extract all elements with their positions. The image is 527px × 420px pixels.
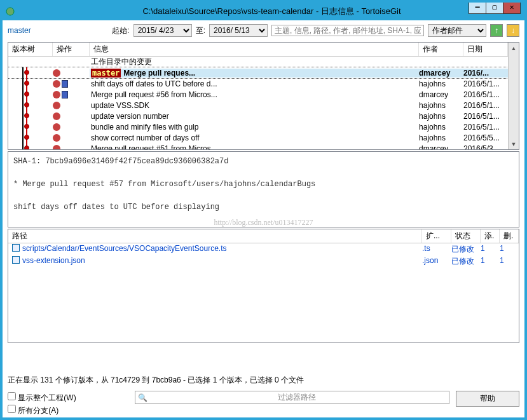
file-icon bbox=[12, 256, 20, 264]
branch-tag: master bbox=[91, 69, 121, 78]
file-ext: .ts bbox=[422, 244, 451, 255]
commit-date: 2016/5/1... bbox=[463, 101, 508, 110]
nav-up-button[interactable]: ↑ bbox=[490, 24, 503, 37]
commit-author: hajohns bbox=[419, 123, 463, 132]
commit-row[interactable]: Merge pull request #56 from Micros...dma… bbox=[8, 89, 508, 100]
commit-subject: * Merge pull request #57 from Microsoft/… bbox=[13, 179, 514, 190]
commit-row[interactable]: shift days off dates to UTC before d...h… bbox=[8, 78, 508, 89]
branch-label[interactable]: master bbox=[8, 26, 31, 35]
show-whole-checkbox[interactable]: 显示整个工程(W) bbox=[8, 392, 122, 403]
file-row[interactable]: vss-extension.json.json已修改11 bbox=[8, 255, 519, 268]
file-add: 1 bbox=[481, 244, 500, 255]
end-date-input[interactable]: 2016/ 5/13 bbox=[209, 24, 268, 37]
sha-value: 7bcb9a696e31469f42f75cea89dc936006382a7d bbox=[45, 157, 228, 166]
commit-date: 2016/5/1... bbox=[463, 90, 508, 99]
commit-author: hajohns bbox=[419, 101, 463, 110]
commit-row[interactable]: update version numberhajohns2016/5/1... bbox=[8, 111, 508, 121]
commit-author: dmarcey bbox=[419, 90, 463, 99]
commit-date: 2016/... bbox=[463, 69, 508, 78]
file-icon bbox=[12, 244, 20, 252]
window-title: C:\dataleixu\Source\Repos\vsts-team-cale… bbox=[19, 6, 524, 17]
working-dir-row[interactable]: 工作目录中的变更 bbox=[8, 57, 508, 67]
commit-date: 2016/5/3... bbox=[463, 144, 508, 150]
modified-icon bbox=[53, 69, 60, 77]
commit-row[interactable]: masterMerge pull reques...dmarcey2016/..… bbox=[8, 67, 508, 78]
file-add: 1 bbox=[481, 256, 500, 267]
file-path: vss-extension.json bbox=[22, 256, 85, 267]
header-date[interactable]: 日期 bbox=[463, 43, 508, 56]
log-panel: 版本树 操作 信息 作者 日期 工作目录中的变更 masterMerge pul… bbox=[8, 42, 519, 150]
close-button[interactable]: ✕ bbox=[503, 0, 521, 14]
compare-icon bbox=[62, 80, 68, 88]
commit-date: 2016/5/1... bbox=[463, 112, 508, 121]
header-status[interactable]: 状态 bbox=[451, 229, 481, 243]
commit-row[interactable]: Merge pull request #51 from Micros...dma… bbox=[8, 143, 508, 149]
commit-row[interactable]: show correct number of days offhajohns20… bbox=[8, 132, 508, 143]
header-msg[interactable]: 信息 bbox=[90, 43, 419, 56]
start-date-label: 起始: bbox=[112, 25, 129, 36]
watermark: http://blog.csdn.net/u013417227 bbox=[13, 217, 514, 227]
file-status: 已修改 bbox=[451, 244, 481, 255]
header-add[interactable]: 添. bbox=[481, 229, 500, 243]
start-date-input[interactable]: 2015/ 4/23 bbox=[133, 24, 192, 37]
working-dir-label: 工作目录中的变更 bbox=[90, 57, 419, 67]
sort-dropdown[interactable]: 作者邮件 bbox=[428, 24, 486, 37]
svg-point-0 bbox=[6, 8, 14, 15]
commit-author: dmarcey bbox=[419, 144, 463, 150]
commit-message: masterMerge pull reques... bbox=[90, 69, 419, 78]
commit-body: shift days off dates to UTC before displ… bbox=[13, 201, 514, 213]
file-ext: .json bbox=[422, 256, 451, 267]
log-headers: 版本树 操作 信息 作者 日期 bbox=[8, 43, 508, 57]
status-line: 正在显示 131 个修订版本，从 71c4729 到 7bcb9a6 - 已选择… bbox=[3, 371, 524, 390]
header-del[interactable]: 删. bbox=[500, 229, 519, 243]
commit-date: 2016/5/5... bbox=[463, 133, 508, 142]
modified-icon bbox=[53, 102, 60, 109]
commit-row[interactable]: update VSS.SDKhajohns2016/5/1... bbox=[8, 100, 508, 111]
nav-down-button[interactable]: ↓ bbox=[507, 24, 519, 37]
file-del: 1 bbox=[500, 244, 519, 255]
file-del: 1 bbox=[500, 256, 519, 267]
help-button[interactable]: 帮助 bbox=[456, 391, 519, 407]
titlebar: C:\dataleixu\Source\Repos\vsts-team-cale… bbox=[3, 3, 524, 20]
minimize-button[interactable]: — bbox=[469, 0, 486, 14]
sha-label: SHA-1: bbox=[13, 157, 41, 166]
header-path[interactable]: 路径 bbox=[8, 229, 422, 243]
commit-author: dmarcey bbox=[419, 69, 463, 78]
modified-icon bbox=[53, 112, 60, 120]
toolbar: master 起始: 2015/ 4/23 至: 2016/ 5/13 作者邮件… bbox=[3, 20, 524, 41]
app-icon bbox=[5, 6, 15, 17]
commit-message: update version number bbox=[90, 112, 419, 121]
file-path: scripts/Calendar/EventSources/VSOCapacit… bbox=[22, 244, 226, 255]
bottom-bar: 显示整个工程(W) 所有分支(A) 🔍 过滤器路径 帮助 刷新 统计(T) 遍历… bbox=[3, 390, 524, 420]
maximize-button[interactable]: ▢ bbox=[486, 0, 503, 14]
header-ext[interactable]: 扩... bbox=[422, 229, 451, 243]
scroll-down-icon[interactable]: ▼ bbox=[509, 139, 519, 149]
commit-message: show correct number of days off bbox=[90, 133, 419, 142]
commit-date: 2016/5/1... bbox=[463, 79, 508, 88]
scroll-up-icon[interactable]: ▲ bbox=[509, 43, 519, 53]
commit-message: bundle and minify files with gulp bbox=[90, 123, 419, 132]
modified-icon bbox=[53, 91, 60, 98]
header-tree[interactable]: 版本树 bbox=[8, 43, 53, 56]
commit-author: hajohns bbox=[419, 133, 463, 142]
file-status: 已修改 bbox=[451, 256, 481, 267]
modified-icon bbox=[53, 134, 60, 142]
filter-input[interactable] bbox=[271, 25, 424, 36]
commit-message: Merge pull request #51 from Micros... bbox=[90, 144, 419, 150]
commit-row[interactable]: bundle and minify files with gulphajohns… bbox=[8, 121, 508, 132]
path-filter-input[interactable]: 🔍 过滤器路径 bbox=[135, 391, 449, 404]
commit-message: update VSS.SDK bbox=[90, 101, 419, 110]
commit-details-panel: SHA-1: 7bcb9a696e31469f42f75cea89dc93600… bbox=[8, 151, 519, 227]
all-branches-checkbox[interactable]: 所有分支(A) bbox=[8, 405, 122, 416]
header-author[interactable]: 作者 bbox=[419, 43, 463, 56]
file-row[interactable]: scripts/Calendar/EventSources/VSOCapacit… bbox=[8, 243, 519, 255]
commit-author: hajohns bbox=[419, 112, 463, 121]
modified-icon bbox=[53, 123, 60, 131]
end-date-label: 至: bbox=[196, 25, 205, 36]
modified-icon bbox=[53, 145, 60, 150]
commit-message: Merge pull request #56 from Micros... bbox=[90, 90, 419, 99]
header-op[interactable]: 操作 bbox=[53, 43, 90, 56]
files-panel: 路径 扩... 状态 添. 删. scripts/Calendar/EventS… bbox=[8, 229, 519, 343]
search-icon: 🔍 bbox=[138, 393, 147, 402]
log-scrollbar[interactable]: ▲ ▼ bbox=[508, 43, 519, 149]
